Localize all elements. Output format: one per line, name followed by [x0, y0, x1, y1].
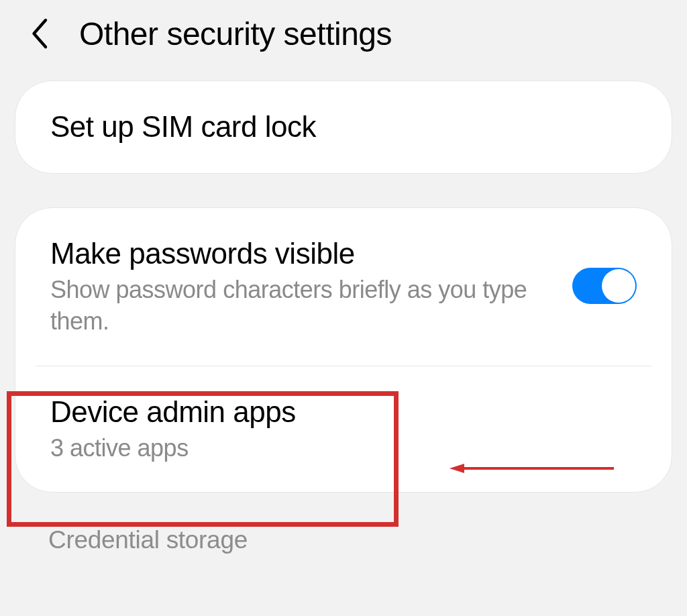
header: Other security settings — [0, 0, 687, 81]
toggle-knob — [602, 269, 635, 303]
sim-card-lock-title: Set up SIM card lock — [50, 108, 637, 145]
credential-storage-label: Credential storage — [0, 526, 687, 561]
settings-card-sim: Set up SIM card lock — [15, 81, 672, 174]
device-admin-apps-subtitle: 3 active apps — [50, 433, 637, 464]
make-passwords-visible-subtitle: Show password characters briefly as you … — [50, 274, 552, 338]
make-passwords-visible-toggle[interactable] — [572, 268, 637, 304]
make-passwords-visible-title: Make passwords visible — [50, 235, 552, 272]
make-passwords-visible-item[interactable]: Make passwords visible Show password cha… — [15, 208, 672, 366]
device-admin-apps-title: Device admin apps — [50, 393, 637, 430]
settings-card-passwords: Make passwords visible Show password cha… — [15, 207, 672, 493]
back-button[interactable] — [19, 13, 59, 54]
chevron-left-icon — [29, 17, 49, 50]
sim-card-lock-item[interactable]: Set up SIM card lock — [15, 81, 672, 173]
page-title: Other security settings — [79, 15, 392, 52]
device-admin-apps-item[interactable]: Device admin apps 3 active apps — [15, 366, 672, 493]
